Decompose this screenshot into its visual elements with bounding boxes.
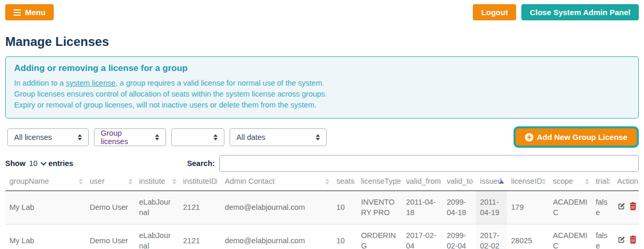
column-header-adminContact[interactable]: Admin Contact [221,174,332,191]
info-box: Adding or removing a license for a group… [5,56,639,118]
sort-icon [395,179,399,185]
add-new-group-license-highlight: Add New Group License [514,126,639,148]
column-header-scope[interactable]: scope [548,174,591,191]
cell-adminContact: demo@elabjournal.com [221,224,332,249]
filter-row: All licenses Group licenses All dates Ad… [2,126,639,148]
sort-ascending-icon [499,180,504,183]
table-controls: Show 10 entries Search: [5,155,639,172]
add-button-label: Add New Group License [537,133,627,141]
column-header-valid_from[interactable]: valid_from [402,174,443,191]
cell-licenseType: ORDERING [357,224,402,249]
column-header-trial[interactable]: trial [592,174,613,191]
cell-scope: ACADEMIC [548,224,591,249]
close-system-admin-panel-button[interactable]: Close System Admin Panel [521,4,639,20]
cell-trial: false [592,224,613,249]
cell-adminContact: demo@elabjournal.com [221,191,332,224]
licenses-table-body: My LabDemo UsereLabJournal2121demo@elabj… [5,191,639,249]
cell-groupName: My Lab [5,191,86,224]
cell-valid_from: 2017-02-04 [402,224,443,249]
cell-trial: false [592,191,613,224]
column-header-label: user [90,177,104,185]
add-new-group-license-button[interactable]: Add New Group License [516,128,637,146]
column-header-institute[interactable]: institute [135,174,179,191]
date-filter-select[interactable]: All dates [230,128,327,146]
cell-institute: eLabJournal [135,191,179,224]
cell-scope: ACADEMIC [548,191,591,224]
page-size-select[interactable]: 10 [29,159,45,168]
column-header-seats[interactable]: seats [332,174,356,191]
entries-label: entries [49,159,74,168]
action-cell [613,191,639,224]
cell-institute: eLabJournal [135,224,179,249]
column-header-label: instituteID [183,177,217,185]
column-header-licenseType[interactable]: licenseType [357,174,402,191]
column-header-user[interactable]: user [86,174,135,191]
page-title: Manage Licenses [5,34,639,49]
column-header-issued[interactable]: issued [476,174,507,191]
cell-instituteID: 2121 [179,191,221,224]
cell-user: Demo User [86,224,135,249]
info-line1-post: , a group requires a valid license for n… [115,79,324,87]
info-line-2: Group licenses ensures control of alloca… [14,89,630,100]
licenses-table-header: groupNameuserinstituteinstituteIDAdmin C… [5,174,639,191]
sort-icon [632,179,636,185]
chevron-down-icon [41,160,46,165]
sort-icon [79,179,83,185]
info-box-heading: Adding or removing a license for a group [14,63,630,74]
edit-icon[interactable] [617,235,626,247]
hamburger-icon [14,9,21,16]
updown-arrows-icon [213,134,218,140]
cell-groupName: My Lab [5,224,86,249]
sort-icon [585,179,589,185]
column-header-label: Admin Contact [225,177,275,185]
column-header-label: groupName [9,177,49,185]
column-header-label: institute [139,177,165,185]
trash-icon[interactable] [629,235,637,247]
search-area: Search: [187,155,639,172]
show-label: Show [5,159,26,168]
trash-icon[interactable] [629,202,637,214]
column-header-action[interactable]: Action [613,174,639,191]
plus-circle-icon [525,133,533,141]
info-line1-pre: In addition to a [14,79,66,87]
license-type-filter-select[interactable]: Group licenses [94,128,166,146]
edit-icon[interactable] [617,202,626,214]
cell-seats: 10 [332,224,356,249]
column-header-instituteID[interactable]: instituteID [179,174,221,191]
column-header-licenseID[interactable]: licenseID [507,174,548,191]
cell-issued: 2011-04-19 [476,191,507,224]
page-size-value: 10 [29,159,38,168]
licenses-table: groupNameuserinstituteinstituteIDAdmin C… [5,174,639,249]
license-filter-select[interactable]: All licenses [7,128,89,146]
cell-valid_to: 2099-04-18 [443,191,476,224]
sort-icon [325,179,329,185]
cell-licenseType: INVENTORY PRO [357,191,402,224]
system-license-link[interactable]: system license [66,79,115,87]
sort-icon [606,179,611,185]
logout-button[interactable]: Logout [473,4,516,20]
search-label: Search: [187,159,214,168]
column-header-groupName[interactable]: groupName [5,174,86,191]
column-header-label: scope [553,177,573,185]
show-entries: Show 10 entries [5,159,73,168]
top-bar: Menu Logout Close System Admin Panel [0,0,644,20]
sort-icon [436,179,440,185]
empty-filter-select[interactable] [171,128,224,146]
cell-seats: 10 [332,191,356,224]
updown-arrows-icon [316,134,320,140]
sort-icon [469,179,473,185]
sort-icon [172,179,176,185]
column-header-label: licenseID [511,177,542,185]
info-line-1: In addition to a system license, a group… [14,78,630,89]
table-row: My LabDemo UsereLabJournal2121demo@elabj… [5,191,639,224]
sort-icon [350,179,354,185]
sort-icon [128,179,133,185]
menu-button[interactable]: Menu [5,4,54,20]
action-cell [613,224,639,249]
column-header-valid_to[interactable]: valid_to [443,174,476,191]
cell-licenseID: 28025 [507,224,548,249]
cell-valid_to: 2099-02-04 [443,224,476,249]
cell-issued: 2017-02-02 [476,224,507,249]
search-input[interactable] [219,155,639,172]
cell-licenseID: 179 [507,191,548,224]
